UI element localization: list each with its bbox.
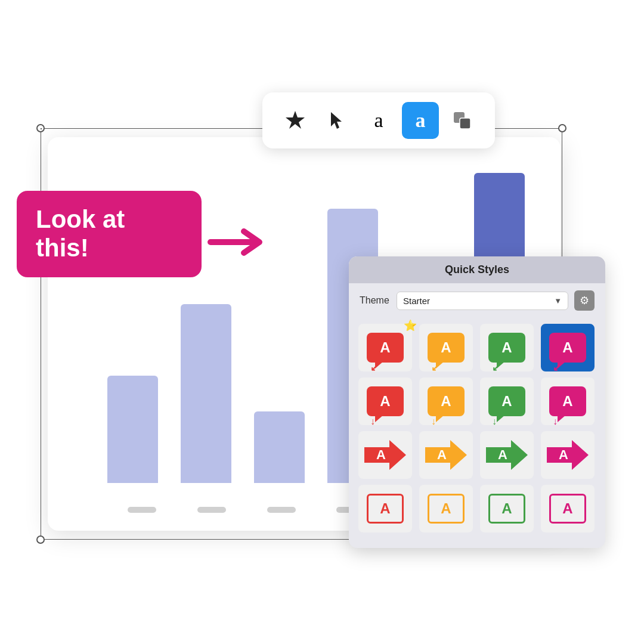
qs-item-r1-c2[interactable]: A↓ bbox=[480, 377, 534, 425]
qs-item-r2-c0[interactable]: A bbox=[358, 431, 412, 479]
qs-item-r0-c2[interactable]: A↙ bbox=[480, 324, 534, 371]
svg-rect-2 bbox=[460, 118, 470, 129]
qs-item-r2-c1[interactable]: A bbox=[419, 431, 473, 479]
theme-row: Theme Starter ▼ ⚙ bbox=[349, 283, 605, 318]
callout-arrow-decoration: ↓ bbox=[492, 416, 497, 427]
callout-text-icon[interactable]: a bbox=[402, 102, 439, 139]
arrow-style-preview: A bbox=[425, 440, 467, 470]
handle-top-right[interactable] bbox=[558, 124, 566, 132]
callout-tail bbox=[436, 415, 444, 422]
outlined-style-preview: A bbox=[488, 494, 525, 524]
callout-text: Look at this! bbox=[36, 205, 125, 262]
callout-arrow-decoration: ↓ bbox=[431, 416, 436, 427]
outlined-style-preview: A bbox=[367, 494, 404, 524]
quick-styles-title: Quick Styles bbox=[349, 256, 605, 283]
axis-dot-1 bbox=[197, 507, 226, 513]
star-badge-icon: ⭐ bbox=[404, 319, 417, 332]
outlined-style-preview: A bbox=[549, 494, 586, 524]
callout-style-preview: A↓ bbox=[367, 386, 404, 416]
qs-item-r0-c0[interactable]: ⭐A↙ bbox=[358, 324, 412, 371]
callout-arrow-decoration: ↓ bbox=[553, 416, 558, 427]
svg-text:A: A bbox=[559, 447, 568, 462]
callout-arrow-decoration: ↙ bbox=[553, 362, 561, 373]
svg-marker-0 bbox=[286, 111, 305, 129]
axis-dot-2 bbox=[267, 507, 296, 513]
qs-item-r2-c3[interactable]: A bbox=[541, 431, 595, 479]
callout-tail bbox=[558, 415, 566, 422]
theme-value: Starter bbox=[403, 296, 430, 306]
callout-tail bbox=[497, 415, 505, 422]
handle-top-left[interactable] bbox=[36, 124, 45, 132]
layers-icon[interactable] bbox=[444, 102, 481, 139]
gear-icon[interactable]: ⚙ bbox=[574, 290, 595, 311]
cursor-icon[interactable] bbox=[318, 102, 355, 139]
callout-arrow-decoration: ↓ bbox=[370, 416, 375, 427]
qs-item-r3-c3[interactable]: A bbox=[541, 485, 595, 532]
callout-bubble[interactable]: Look at this! bbox=[17, 191, 202, 277]
qs-item-r3-c1[interactable]: A bbox=[419, 485, 473, 532]
handle-bottom-left[interactable] bbox=[36, 535, 45, 544]
qs-item-r3-c2[interactable]: A bbox=[480, 485, 534, 532]
callout-arrow-decoration: ↙ bbox=[492, 362, 500, 373]
chart-bar-1 bbox=[181, 304, 231, 483]
qs-item-r0-c1[interactable]: A↙ bbox=[419, 324, 473, 371]
chart-bar-0 bbox=[107, 376, 158, 483]
style-grid: ⭐A↙A↙A↙A↙A↓A↓A↓A↓AAAAAAAA bbox=[349, 318, 605, 538]
arrow-style-preview: A bbox=[486, 440, 528, 470]
callout-style-preview: A↙ bbox=[367, 333, 404, 363]
callout-style-preview: A↙ bbox=[488, 333, 525, 363]
callout-style-preview: A↓ bbox=[488, 386, 525, 416]
callout-style-preview: A↙ bbox=[428, 333, 465, 363]
chart-bar-2 bbox=[254, 411, 305, 483]
arrow-style-preview: A bbox=[547, 440, 589, 470]
qs-item-r1-c0[interactable]: A↓ bbox=[358, 377, 412, 425]
star-icon[interactable] bbox=[277, 102, 314, 139]
callout-style-preview: A↓ bbox=[428, 386, 465, 416]
svg-text:A: A bbox=[376, 447, 386, 462]
text-icon[interactable]: a bbox=[360, 102, 397, 139]
callout-arrow bbox=[206, 224, 271, 260]
theme-label: Theme bbox=[360, 295, 391, 306]
callout-arrow-decoration: ↙ bbox=[370, 362, 378, 373]
outlined-style-preview: A bbox=[428, 494, 465, 524]
qs-item-r1-c1[interactable]: A↓ bbox=[419, 377, 473, 425]
svg-text:A: A bbox=[498, 447, 507, 462]
axis-dot-0 bbox=[128, 507, 156, 513]
callout-arrow-decoration: ↙ bbox=[431, 362, 439, 373]
qs-item-r1-c3[interactable]: A↓ bbox=[541, 377, 595, 425]
svg-text:A: A bbox=[437, 447, 447, 462]
qs-item-r3-c0[interactable]: A bbox=[358, 485, 412, 532]
callout-style-preview: A↙ bbox=[549, 333, 586, 363]
toolbar: aa bbox=[262, 92, 495, 148]
dropdown-caret-icon: ▼ bbox=[554, 296, 562, 305]
callout-tail bbox=[375, 415, 383, 422]
qs-item-r0-c3[interactable]: A↙ bbox=[541, 324, 595, 371]
arrow-style-preview: A bbox=[364, 440, 406, 470]
theme-select[interactable]: Starter ▼ bbox=[397, 292, 568, 310]
callout-style-preview: A↓ bbox=[549, 386, 586, 416]
quick-styles-panel: Quick Styles Theme Starter ▼ ⚙ ⭐A↙A↙A↙A↙… bbox=[349, 256, 605, 548]
qs-item-r2-c2[interactable]: A bbox=[480, 431, 534, 479]
